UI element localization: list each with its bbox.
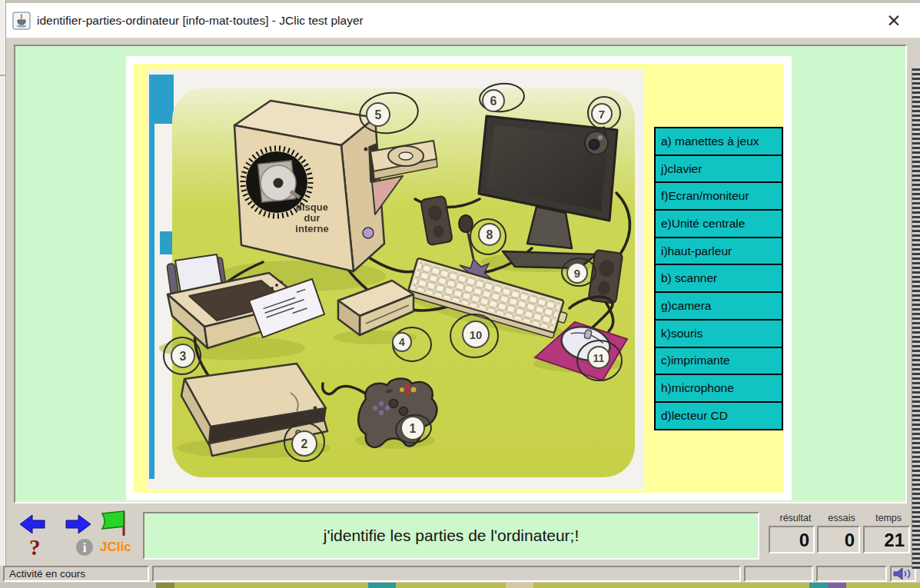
- message-box[interactable]: j'identifie les parties de l'ordinateur;…: [143, 512, 759, 560]
- svg-text:2: 2: [301, 437, 308, 450]
- svg-text:8: 8: [487, 228, 493, 241]
- answer-cell[interactable]: a) manettes à jeux: [654, 127, 783, 156]
- svg-text:11: 11: [593, 352, 605, 364]
- svg-text:7: 7: [599, 108, 605, 121]
- jclic-logo[interactable]: JClic: [100, 540, 131, 555]
- time-counter-value: 21: [863, 526, 910, 553]
- svg-text:6: 6: [490, 95, 497, 108]
- background-window-edge: [0, 0, 6, 588]
- svg-text:3: 3: [180, 350, 187, 363]
- svg-text:10: 10: [470, 328, 483, 341]
- answer-list: a) manettes à jeux j)clavier f)Ecran/mon…: [654, 127, 783, 430]
- svg-text:5: 5: [375, 108, 382, 121]
- answer-cell[interactable]: i)haut-parleur: [654, 237, 783, 266]
- status-box-secondary: [744, 566, 813, 582]
- result-counter-value: 0: [769, 526, 815, 553]
- java-icon: [12, 12, 31, 30]
- answer-cell[interactable]: k)souris: [654, 319, 783, 348]
- answer-cell[interactable]: b) scanner: [654, 264, 783, 293]
- window-title: identifier-parties-ordinateur [info-mat-…: [37, 14, 364, 28]
- activity-panel-frame: disque dur interne: [126, 56, 792, 500]
- answer-cell[interactable]: g)camera: [654, 291, 783, 321]
- toolbar: ? i JClic j'identifie les parties de l'o…: [6, 503, 912, 566]
- previous-activity-button[interactable]: [18, 513, 46, 535]
- speaker-icon: [892, 567, 915, 580]
- activity-panel: disque dur interne: [134, 64, 784, 493]
- svg-text:dur: dur: [304, 212, 321, 224]
- next-activity-button[interactable]: [65, 513, 92, 535]
- svg-text:i: i: [83, 540, 87, 555]
- answer-cell[interactable]: c)imprimante: [654, 347, 783, 376]
- answer-cell[interactable]: d)lecteur CD: [654, 401, 783, 430]
- result-counter-label: résultat: [770, 513, 821, 524]
- tries-counter-value: 0: [817, 526, 860, 553]
- info-button[interactable]: i: [75, 538, 94, 556]
- flag-button[interactable]: [100, 509, 131, 538]
- title-bar: identifier-parties-ordinateur [info-mat-…: [6, 3, 920, 38]
- svg-text:disque: disque: [296, 201, 328, 213]
- answer-cell[interactable]: e)Unité centrale: [654, 209, 783, 238]
- svg-text:1: 1: [410, 422, 417, 435]
- tries-counter-label: essais: [818, 513, 865, 524]
- svg-text:9: 9: [574, 267, 580, 280]
- status-bar: Activité en cours: [0, 566, 920, 583]
- close-button[interactable]: ✕: [882, 8, 906, 33]
- activity-area: disque dur interne: [14, 45, 907, 503]
- answer-cell[interactable]: f)Ecran/moniteur: [654, 181, 783, 211]
- time-counter-label: temps: [864, 513, 913, 524]
- jclic-window: identifier-parties-ordinateur [info-mat-…: [0, 0, 920, 588]
- status-message: Activité en cours: [3, 566, 149, 582]
- status-box-tertiary: [816, 566, 887, 582]
- right-speaker: [588, 250, 623, 304]
- status-progress-area: [152, 566, 741, 582]
- svg-text:interne: interne: [295, 223, 328, 234]
- answer-cell[interactable]: j)clavier: [654, 154, 783, 184]
- background-window-right-edge: [912, 68, 920, 569]
- background-window-bottom: [0, 583, 920, 588]
- computer-parts-illustration: disque dur interne: [148, 70, 644, 489]
- svg-text:4: 4: [399, 336, 405, 348]
- answer-cell[interactable]: h)microphone: [654, 374, 783, 403]
- help-button[interactable]: ?: [29, 536, 41, 559]
